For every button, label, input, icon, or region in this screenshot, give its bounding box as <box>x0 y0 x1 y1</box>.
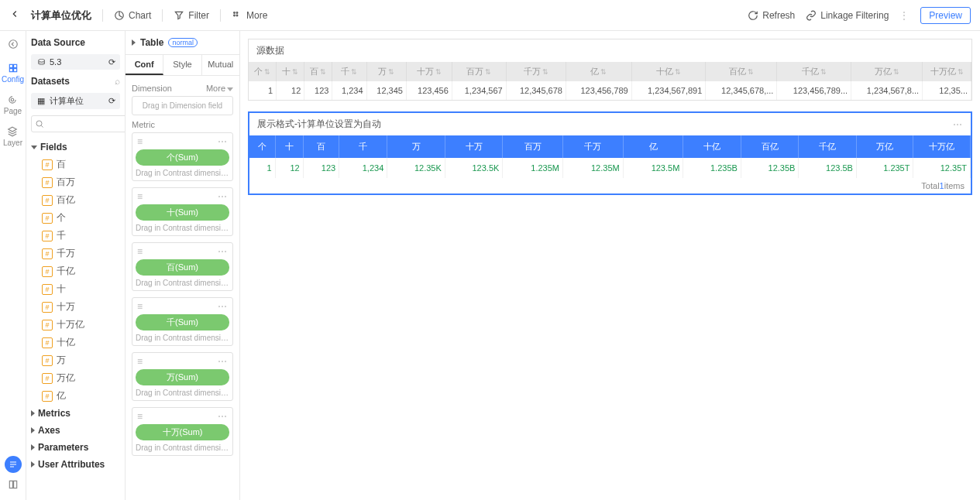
field-item[interactable]: #十万亿 <box>42 316 120 334</box>
col-header[interactable]: 百亿⇅ <box>706 62 777 81</box>
field-item[interactable]: #十亿 <box>42 334 120 351</box>
metric-block[interactable]: ≡⋯十(Sum)Drag in Contrast dimension fi... <box>132 187 233 236</box>
field-item[interactable]: #百万 <box>42 173 120 191</box>
col-header[interactable]: 千亿 <box>799 135 857 158</box>
metric-pill[interactable]: 万(Sum) <box>136 369 229 385</box>
refresh-button[interactable]: Refresh <box>748 10 795 21</box>
refresh-small-icon[interactable]: ⟳ <box>108 57 115 67</box>
metric-block[interactable]: ≡⋯千(Sum)Drag in Contrast dimension fi... <box>132 297 233 346</box>
back-icon[interactable] <box>9 9 20 22</box>
sort-icon[interactable]: ⇅ <box>542 68 548 76</box>
col-header[interactable]: 十亿 <box>683 135 741 158</box>
rail-layer[interactable]: Layer <box>3 126 22 147</box>
field-item[interactable]: #亿 <box>42 387 120 405</box>
metric-block[interactable]: ≡⋯百(Sum)Drag in Contrast dimension fi... <box>132 242 233 291</box>
col-header[interactable]: 十 <box>275 135 303 158</box>
sort-icon[interactable]: ⇅ <box>435 68 442 76</box>
sort-icon[interactable]: ⇅ <box>600 68 607 76</box>
rail-back-icon[interactable] <box>8 39 19 52</box>
metric-menu[interactable]: ⋯ <box>218 191 228 202</box>
field-search-input[interactable] <box>31 115 126 132</box>
data-source-pill[interactable]: ⛁5.3 ⟳ <box>31 54 120 70</box>
sort-icon[interactable]: ⇅ <box>292 68 298 76</box>
col-header[interactable]: 千 <box>339 135 387 158</box>
field-item[interactable]: #千万 <box>42 245 120 262</box>
sort-icon[interactable]: ⇅ <box>748 68 754 76</box>
more-button[interactable]: More <box>232 10 267 21</box>
field-item[interactable]: #万 <box>42 351 120 369</box>
metric-block[interactable]: ≡⋯万(Sum)Drag in Contrast dimension fi... <box>132 352 233 401</box>
sort-icon[interactable]: ⇅ <box>351 68 357 76</box>
tab-conf[interactable]: Conf <box>126 55 163 75</box>
sort-icon[interactable]: ⇅ <box>320 68 326 76</box>
col-header[interactable]: 亿 <box>623 135 683 158</box>
metric-pill[interactable]: 千(Sum) <box>136 314 229 330</box>
col-header[interactable]: 万亿 <box>856 135 913 158</box>
metric-pill[interactable]: 百(Sum) <box>136 259 229 276</box>
field-item[interactable]: #千亿 <box>42 262 120 280</box>
sort-icon[interactable]: ⇅ <box>958 68 964 76</box>
metric-menu[interactable]: ⋯ <box>218 246 228 257</box>
filter-button[interactable]: Filter <box>174 10 209 21</box>
refresh-small-icon[interactable]: ⟳ <box>108 96 115 106</box>
col-header[interactable]: 百万⇅ <box>452 62 506 81</box>
col-header[interactable]: 十万 <box>445 135 503 158</box>
drag-handle-icon[interactable]: ≡ <box>137 301 143 312</box>
overflow-menu[interactable]: ⋮ <box>899 10 910 21</box>
dataset-pill[interactable]: ▦计算单位 ⟳ <box>31 93 120 109</box>
card-display-format[interactable]: 展示格式-计算单位设置为自动⋯ 个十百千万十万百万千万亿十亿百亿千亿万亿十万亿1… <box>248 111 972 195</box>
metrics-tree-toggle[interactable]: Metrics <box>31 405 120 422</box>
chart-button[interactable]: Chart <box>114 10 151 21</box>
col-header[interactable]: 十亿⇅ <box>631 62 706 81</box>
drag-handle-icon[interactable]: ≡ <box>137 246 143 257</box>
col-header[interactable]: 万亿⇅ <box>851 62 923 81</box>
parameters-tree-toggle[interactable]: Parameters <box>31 439 120 456</box>
search-icon[interactable]: ⌕ <box>115 76 120 87</box>
rail-config[interactable]: Config <box>2 63 24 84</box>
col-header[interactable]: 亿⇅ <box>566 62 631 81</box>
metric-pill[interactable]: 十万(Sum) <box>136 424 229 440</box>
metric-pill[interactable]: 十(Sum) <box>136 204 229 221</box>
drag-handle-icon[interactable]: ≡ <box>137 191 143 202</box>
metric-block[interactable]: ≡⋯个(Sum)Drag in Contrast dimension fi... <box>132 132 233 181</box>
dimension-more[interactable]: More <box>206 84 233 93</box>
col-header[interactable]: 千亿⇅ <box>777 62 851 81</box>
drag-handle-icon[interactable]: ≡ <box>137 356 143 367</box>
metric-block[interactable]: ≡⋯十万(Sum)Drag in Contrast dimension fi..… <box>132 407 233 456</box>
field-item[interactable]: #十万 <box>42 298 120 316</box>
metric-pill[interactable]: 个(Sum) <box>136 149 229 166</box>
tab-mutual[interactable]: Mutual <box>202 55 239 75</box>
preview-button[interactable]: Preview <box>920 7 971 24</box>
col-header[interactable]: 百万 <box>503 135 563 158</box>
col-header[interactable]: 百 <box>303 135 339 158</box>
metric-menu[interactable]: ⋯ <box>218 356 228 367</box>
drag-handle-icon[interactable]: ≡ <box>137 411 143 422</box>
dimension-dropzone[interactable]: Drag in Dimension field <box>132 96 233 115</box>
sort-icon[interactable]: ⇅ <box>820 68 827 76</box>
metric-menu[interactable]: ⋯ <box>218 411 228 422</box>
card-source-data[interactable]: 源数据 个⇅十⇅百⇅千⇅万⇅十万⇅百万⇅千万⇅亿⇅十亿⇅百亿⇅千亿⇅万亿⇅十万亿… <box>248 39 972 101</box>
fields-tree-toggle[interactable]: Fields <box>31 139 120 156</box>
field-item[interactable]: #个 <box>42 209 120 227</box>
linkage-button[interactable]: Linkage Filtering <box>806 10 889 21</box>
sort-icon[interactable]: ⇅ <box>264 68 270 76</box>
field-item[interactable]: #百 <box>42 156 120 173</box>
col-header[interactable]: 十万⇅ <box>406 62 452 81</box>
sort-icon[interactable]: ⇅ <box>893 68 899 76</box>
col-header[interactable]: 千⇅ <box>332 62 366 81</box>
metric-menu[interactable]: ⋯ <box>218 301 228 312</box>
col-header[interactable]: 十万亿⇅ <box>923 62 971 81</box>
table-collapse-icon[interactable] <box>132 39 136 46</box>
col-header[interactable]: 百⇅ <box>304 62 332 81</box>
col-header[interactable]: 个 <box>249 135 275 158</box>
col-header[interactable]: 万⇅ <box>366 62 406 81</box>
col-header[interactable]: 个⇅ <box>249 62 277 81</box>
metric-menu[interactable]: ⋯ <box>218 136 228 147</box>
axes-tree-toggle[interactable]: Axes <box>31 422 120 439</box>
book-icon[interactable] <box>8 479 19 492</box>
col-header[interactable]: 十万亿 <box>913 135 971 158</box>
field-item[interactable]: #十 <box>42 280 120 298</box>
col-header[interactable]: 千万⇅ <box>506 62 566 81</box>
sort-icon[interactable]: ⇅ <box>485 68 491 76</box>
col-header[interactable]: 百亿 <box>741 135 799 158</box>
